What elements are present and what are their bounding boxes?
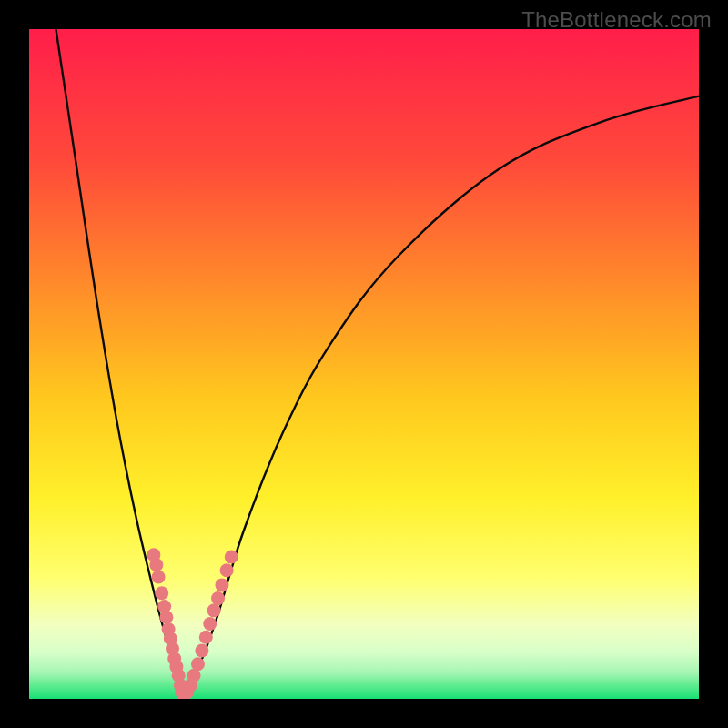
data-marker — [155, 586, 168, 600]
marker-group — [147, 548, 238, 699]
data-marker — [215, 578, 228, 592]
attribution-text: TheBottleneck.com — [521, 7, 712, 33]
data-marker — [149, 558, 163, 571]
chart-frame: TheBottleneck.com — [0, 0, 728, 728]
data-marker — [159, 611, 173, 624]
data-marker — [211, 592, 225, 605]
data-marker — [152, 571, 166, 584]
data-marker — [207, 603, 221, 617]
data-marker — [203, 617, 217, 631]
data-marker — [225, 550, 238, 563]
plot-area — [29, 29, 699, 699]
right-branch-curve — [182, 96, 699, 699]
data-marker — [195, 644, 208, 658]
curve-layer — [29, 29, 699, 699]
data-marker — [199, 631, 213, 644]
data-marker — [191, 657, 205, 671]
data-marker — [220, 563, 234, 577]
